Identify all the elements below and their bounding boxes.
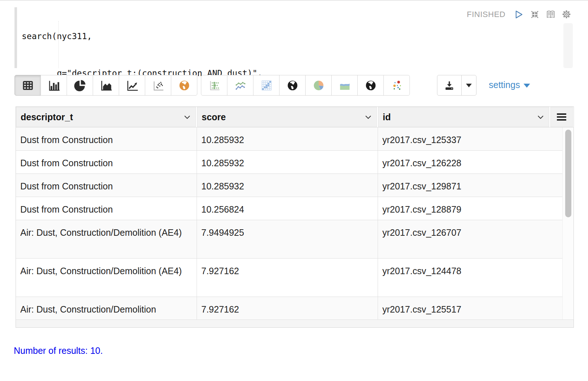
table-row[interactable]: Air: Dust, Construction/Demolition 7.927… [16,297,574,319]
show-editor-button[interactable] [546,9,555,19]
table-menu-button[interactable] [550,107,573,127]
table-row[interactable]: Air: Dust, Construction/Demolition (AE4)… [16,220,574,259]
paragraph-settings-button[interactable] [562,9,571,19]
cell-descriptor: Dust from Construction [16,197,197,220]
download-options-button[interactable] [461,75,476,96]
cell-score: 10.256824 [197,197,378,220]
table-header: descriptor_t score id [16,107,574,127]
cell-score: 7.927162 [197,297,378,319]
play-icon [514,10,524,19]
viz-stacked-area-button[interactable] [331,75,358,96]
cell-id: yr2017.csv_126707 [378,220,562,258]
code-line: search(nyc311, [22,30,393,42]
cell-score: 7.9494925 [197,220,378,258]
cell-descriptor: Air: Dust, Construction/Demolition (AE4) [16,220,197,258]
table-body: Dust from Construction 10.285932 yr2017.… [16,127,574,319]
viz-globe-map-button[interactable] [279,75,306,96]
cell-id: yr2017.csv_129871 [378,174,562,197]
cell-id: yr2017.csv_124478 [378,259,562,297]
area-chart-icon [100,79,112,92]
globe-orange-icon [178,80,190,91]
viz-bar-chart-button[interactable] [41,75,67,96]
cell-id: yr2017.csv_125517 [378,297,562,319]
table-row[interactable]: Air: Dust, Construction/Demolition (AE4)… [16,259,574,297]
viz-table-button[interactable] [14,75,41,96]
viz-map-orange-button[interactable] [171,75,197,96]
scatter-color-icon [391,79,403,92]
viz-pie-color-button[interactable] [305,75,332,96]
viz-heatmap-button[interactable] [253,75,280,96]
pie-chart-icon [74,80,86,91]
line-chart-icon [126,79,138,92]
vertical-scrollbar-track[interactable] [562,127,574,319]
column-header-score[interactable]: score [197,107,377,127]
visualization-toolbar: settings [14,75,579,96]
bubble-matrix-icon [208,79,220,92]
chevron-down-icon[interactable] [184,115,190,119]
helium-chart-group [201,75,410,96]
cell-id: yr2017.csv_125337 [378,127,562,150]
chevron-down-icon[interactable] [365,115,371,119]
cell-descriptor: Air: Dust, Construction/Demolition (AE4) [16,259,197,297]
result-table: descriptor_t score id Dust from Construc… [16,106,574,328]
column-label: id [383,112,391,122]
heatmap-icon [260,79,273,92]
cell-score: 10.285932 [197,127,378,150]
column-header-descriptor[interactable]: descriptor_t [16,107,196,127]
scatter-chart-icon [152,79,164,92]
bar-chart-icon [48,79,60,92]
builtin-chart-group [14,75,197,96]
download-button[interactable] [437,75,462,96]
paragraph-controls: FINISHED [467,9,571,19]
results-count-text: Number of results: 10. [14,346,103,356]
chevron-down-icon[interactable] [537,115,544,119]
globe-dark-icon [287,80,298,91]
cell-score: 7.927162 [197,259,378,297]
viz-bubble-matrix-button[interactable] [201,75,227,96]
table-row[interactable]: Dust from Construction 10.285932 yr2017.… [16,151,574,174]
viz-pie-chart-button[interactable] [67,75,93,96]
settings-label: settings [489,80,520,90]
viz-line-chart-button[interactable] [119,75,145,96]
vertical-scrollbar-thumb[interactable] [565,130,571,217]
gear-icon [562,9,571,19]
table-icon [22,80,34,91]
cell-descriptor: Air: Dust, Construction/Demolition [16,297,197,319]
cell-score: 10.285932 [197,174,378,197]
column-header-id[interactable]: id [378,107,549,127]
column-label: descriptor_t [21,112,73,122]
cell-descriptor: Dust from Construction [16,174,197,197]
globe-dark-icon [365,80,377,91]
collapse-output-button[interactable] [530,9,539,19]
stacked-area-icon [339,79,351,92]
viz-multi-line-button[interactable] [227,75,253,96]
cell-score: 10.285932 [197,151,378,173]
cell-descriptor: Dust from Construction [16,127,197,150]
viz-scatter-color-button[interactable] [383,75,410,96]
cell-descriptor: Dust from Construction [16,151,197,173]
viz-globe-map-2-button[interactable] [357,75,384,96]
paragraph-editor: search(nyc311, q="descriptor_t:(construc… [0,1,588,71]
caret-down-icon [466,84,472,87]
hamburger-menu-icon [556,113,567,121]
multi-line-icon [234,79,247,92]
table-row[interactable]: Dust from Construction 10.256824 yr2017.… [16,197,574,220]
editor-scrollbar[interactable] [563,23,573,68]
download-icon [444,80,455,91]
table-row[interactable]: Dust from Construction 10.285932 yr2017.… [16,174,574,197]
column-label: score [202,112,226,122]
download-split-button [437,75,476,96]
cell-id: yr2017.csv_126228 [378,151,562,173]
viz-area-chart-button[interactable] [93,75,119,96]
table-row[interactable]: Dust from Construction 10.285932 yr2017.… [16,127,574,151]
viz-scatter-chart-button[interactable] [145,75,171,96]
status-badge: FINISHED [467,10,505,19]
caret-down-icon [524,84,530,88]
editor-gutter [14,7,17,68]
run-paragraph-button[interactable] [514,9,524,19]
horizontal-scrollbar-track[interactable] [16,319,574,327]
cell-id: yr2017.csv_128879 [378,197,562,220]
settings-dropdown[interactable]: settings [489,80,530,90]
compress-icon [530,10,539,19]
book-icon [546,10,556,19]
